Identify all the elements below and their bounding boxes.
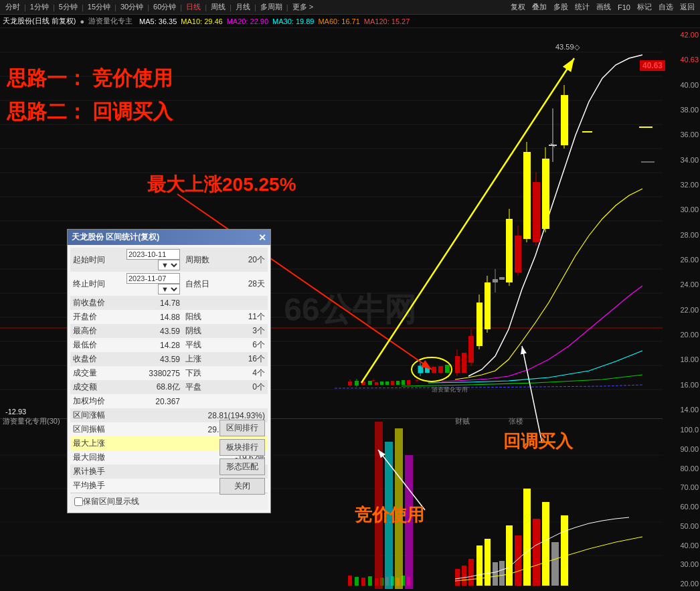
svg-rect-33 <box>432 367 436 373</box>
field-label: 开盘价 <box>70 310 124 324</box>
svg-rect-86 <box>385 442 393 589</box>
right-value: 0个 <box>236 380 268 394</box>
svg-rect-34 <box>438 366 443 373</box>
svg-text:43.59◇: 43.59◇ <box>555 43 580 51</box>
svg-rect-24 <box>385 382 389 385</box>
field-label: 成交额 <box>70 380 124 394</box>
right-value <box>236 394 268 408</box>
right-label: 上涨 <box>183 352 236 366</box>
right-label: 平盘 <box>183 380 236 394</box>
toolbar-item-9[interactable]: 多周期 <box>258 1 285 13</box>
main-chart-area: 66公牛网 <box>0 28 700 591</box>
toolbar-item-10[interactable]: 更多 > <box>290 1 316 13</box>
toolbar-item-1[interactable]: 1分钟 <box>27 1 52 13</box>
volume-axis: 100.0 90.00 80.00 70.00 60.00 50.00 40.0… <box>667 423 700 590</box>
svg-rect-91 <box>468 559 474 586</box>
svg-rect-38 <box>462 353 466 373</box>
field-label: 前收盘价 <box>70 296 124 310</box>
field-label: 累计换手 <box>70 465 124 479</box>
keep-lines-label: 保留区间显示线 <box>83 496 139 507</box>
toolbar-item-2[interactable]: 5分钟 <box>56 1 80 13</box>
ma120-label: MA120: 15.27 <box>364 17 410 25</box>
right-label <box>183 394 236 408</box>
field-label: 区间涨幅 <box>70 408 124 422</box>
sector-rank-button[interactable]: 板块排行 <box>220 439 265 456</box>
toolbar-right-8[interactable]: 返回 <box>677 1 697 13</box>
right-value: 11个 <box>236 310 268 324</box>
pattern-match-button[interactable]: 形态匹配 <box>220 458 265 475</box>
field-value: 14.28 <box>124 338 183 352</box>
toolbar-right-5[interactable]: F10 <box>615 3 633 12</box>
toolbar-item-3[interactable]: 15分钟 <box>85 1 113 13</box>
dialog-title: 天龙股份 区间统计(复权) <box>72 232 159 243</box>
field-value: 20.367 <box>124 394 183 408</box>
svg-rect-100 <box>542 502 549 586</box>
ma10-label: MA10: 29.46 <box>181 17 222 25</box>
start-date-dropdown[interactable]: ▼ <box>158 260 180 270</box>
field-label: 最高价 <box>70 324 124 338</box>
end-date-dropdown[interactable]: ▼ <box>158 284 180 294</box>
toolbar-right-3[interactable]: 统计 <box>572 1 592 13</box>
table-row: 成交量 3380275 下跌 4个 <box>70 366 268 380</box>
field-label: 区间振幅 <box>70 422 124 436</box>
range-rank-button[interactable]: 区间排行 <box>220 420 265 436</box>
svg-rect-94 <box>493 562 498 586</box>
toolbar-item-7[interactable]: 周线 <box>208 1 228 13</box>
toolbar-item-4[interactable]: 30分钟 <box>118 1 146 13</box>
toolbar-right-1[interactable]: 叠加 <box>529 1 549 13</box>
right-value: 20个 <box>236 248 268 272</box>
toolbar-item-5[interactable]: 60分钟 <box>151 1 179 13</box>
dialog-close-button[interactable]: ✕ <box>258 233 266 242</box>
table-row: 终止时间 ▼ 自然日 28天 <box>70 272 268 296</box>
svg-rect-26 <box>396 381 400 385</box>
svg-rect-27 <box>402 380 405 385</box>
right-value: 4个 <box>236 366 268 380</box>
close-dialog-button[interactable]: 关闭 <box>220 478 265 495</box>
zhanglou-label: 张楼 <box>509 416 523 426</box>
toolbar-right-0[interactable]: 复权 <box>508 1 528 13</box>
field-label: 最大回撤 <box>70 450 124 465</box>
youzi-indicator-label: 游资量化专用(30) <box>3 416 60 426</box>
field-value: 43.59 <box>124 324 183 338</box>
right-label: 平线 <box>183 338 236 352</box>
start-date-input[interactable] <box>126 249 180 260</box>
table-row: 开盘价 14.88 阳线 11个 <box>70 310 268 324</box>
indicator-label: ● <box>80 17 84 25</box>
stock-name: 天龙股份(日线 前复权) <box>3 16 76 26</box>
toolbar-item-6[interactable]: 日线 <box>183 1 203 13</box>
toolbar-item-0[interactable]: 分时 <box>3 1 23 13</box>
toolbar-right-6[interactable]: 标记 <box>634 1 654 13</box>
svg-rect-32 <box>425 367 430 373</box>
stock-info-bar: 天龙股份(日线 前复权) ● 游资量化专主 MA5: 36.35 MA10: 2… <box>0 15 700 28</box>
field-value: 3380275 <box>124 366 183 380</box>
toolbar-right-2[interactable]: 多股 <box>551 1 571 13</box>
right-value: 16个 <box>236 352 268 366</box>
toolbar-item-8[interactable]: 月线 <box>233 1 253 13</box>
field-label: 成交量 <box>70 366 124 380</box>
keep-lines-checkbox[interactable] <box>74 497 83 506</box>
end-date-input[interactable] <box>126 273 180 284</box>
right-label: 阴线 <box>183 324 236 338</box>
dialog-titlebar[interactable]: 天龙股份 区间统计(复权) ✕ <box>68 230 270 245</box>
right-value: 28天 <box>236 272 268 296</box>
table-row: 加权均价 20.367 <box>70 394 268 408</box>
table-row: 最低价 14.28 平线 6个 <box>70 338 268 352</box>
toolbar-sep-2: | <box>82 3 84 11</box>
svg-text:游资量化专用: 游资量化专用 <box>432 386 468 393</box>
svg-text:+: + <box>371 377 375 384</box>
field-value: ▼ <box>124 248 183 272</box>
right-label: 周期数 <box>183 248 236 272</box>
svg-rect-23 <box>380 382 383 385</box>
svg-rect-35 <box>445 365 450 373</box>
toolbar-right-4[interactable]: 画线 <box>594 1 614 13</box>
svg-text:+: + <box>415 377 419 384</box>
toolbar-sep-8: | <box>254 3 256 11</box>
svg-rect-85 <box>375 422 383 589</box>
right-label: 阳线 <box>183 310 236 324</box>
main-toolbar: 分时 | 1分钟 | 5分钟 | 15分钟 | 30分钟 | 60分钟 | 日线… <box>0 0 700 15</box>
svg-rect-77 <box>368 576 372 586</box>
toolbar-right-7[interactable]: 自选 <box>656 1 676 13</box>
table-row: 起始时间 ▼ 周期数 20个 <box>70 248 268 272</box>
statistics-dialog: 天龙股份 区间统计(复权) ✕ 起始时间 ▼ 周期数 20个 终止时间 <box>67 229 271 513</box>
svg-rect-89 <box>455 569 460 586</box>
